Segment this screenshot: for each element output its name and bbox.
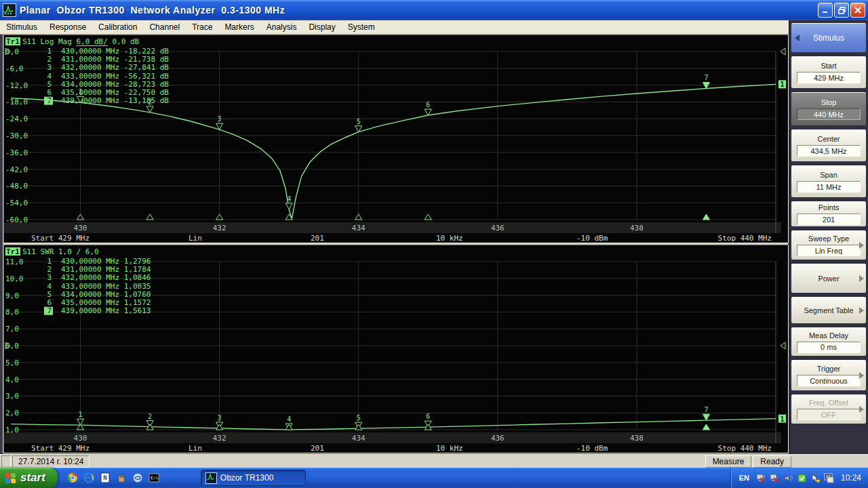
- menu-item-system[interactable]: System: [342, 21, 381, 33]
- statusbar-grip: [1, 455, 11, 468]
- swr-status-item: Stop 440 MHz: [718, 444, 772, 453]
- logmag-marker-row-num: 2: [47, 55, 52, 64]
- swr-marker-row-num: 3: [47, 273, 52, 282]
- logmag-y-tick: -60,0: [5, 216, 28, 224]
- swr-y-tick: 11,0: [5, 258, 24, 266]
- logmag-x-tick: 430: [74, 224, 87, 232]
- softkey-label: Start: [821, 61, 836, 70]
- swr-x-tick: 432: [213, 434, 226, 443]
- softkey-segment-table[interactable]: Segment Table: [791, 296, 867, 324]
- menu-item-display[interactable]: Display: [302, 21, 341, 33]
- softkey-value: 201: [797, 214, 861, 225]
- softkey-sweep-type[interactable]: Sweep TypeLin Freq: [791, 230, 867, 260]
- softkey-label: Span: [820, 170, 837, 180]
- window-title: Planar Obzor TR1300 Network Analyzer 0.3…: [20, 5, 285, 16]
- logmag-x-tick: 432: [213, 224, 226, 232]
- softkey-start[interactable]: Start429 MHz: [791, 56, 867, 89]
- network-offline-icon[interactable]: [756, 473, 766, 483]
- softkey-stop[interactable]: Stop440 MHz: [791, 92, 867, 126]
- log-mag-plot[interactable]: 0,0-6,0-12,0-18,0-24,0-30,0-36,0-42,0-48…: [3, 35, 789, 243]
- chevron-right-icon: [859, 242, 864, 249]
- logmag-marker-row-text: 433,00000 MHz -56,321 dB: [61, 72, 169, 81]
- softkey-value: 0 ms: [797, 342, 861, 353]
- plot-area: 0,0-6,0-12,0-18,0-24,0-30,0-36,0-42,0-48…: [3, 35, 788, 453]
- minimize-button[interactable]: [818, 3, 833, 18]
- swr-marker-row-text: 430,00000 MHz 1,2796: [61, 257, 151, 266]
- logmag-y-tick: 0,0: [5, 47, 19, 56]
- messenger-icon[interactable]: [132, 472, 144, 484]
- swr-x-tick: 438: [630, 434, 644, 443]
- softkey-meas-delay[interactable]: Meas Delay0 ms: [791, 327, 867, 357]
- hand-tool-icon[interactable]: [116, 472, 127, 484]
- task-button-label: Obzor TR1300: [220, 473, 274, 483]
- softkey-stimulus[interactable]: Stimulus: [791, 22, 867, 53]
- logmag-marker-row-text: 434,00000 MHz -28,723 dB: [61, 80, 169, 89]
- start-button[interactable]: start: [0, 468, 58, 488]
- swr-y-tick: 9,0: [5, 291, 19, 300]
- swr-y-tick: 4,0: [5, 375, 19, 384]
- swr-y-tick: 6,0: [5, 342, 19, 350]
- network-offline2-icon[interactable]: [770, 473, 780, 483]
- swr-marker-label: 3: [218, 414, 222, 422]
- restore-button[interactable]: [834, 3, 849, 18]
- swr-status-item: 201: [311, 444, 324, 453]
- volume-icon[interactable]: [783, 473, 793, 483]
- svg-text:N: N: [104, 474, 107, 481]
- menu-item-response[interactable]: Response: [43, 21, 92, 33]
- notepad-icon[interactable]: N: [100, 472, 111, 484]
- app-window-icon: [3, 3, 16, 17]
- taskbar-task-obzor[interactable]: Obzor TR1300: [201, 470, 306, 486]
- quick-launch-bar: NC:\: [67, 472, 160, 484]
- logmag-marker-label: 7: [704, 74, 708, 81]
- swr-y-tick: 10,0: [5, 274, 24, 283]
- softkey-points[interactable]: Points201: [791, 201, 867, 227]
- chevron-left-icon: [795, 35, 800, 41]
- menu-item-trace[interactable]: Trace: [186, 21, 218, 33]
- logmag-title[interactable]: S11 Log Mag 6,0 dB/ 0,0 dB: [22, 37, 140, 46]
- logmag-y-tick: -12,0: [5, 81, 28, 90]
- softkey-freq-offset[interactable]: Freq. OffsetOFF: [791, 394, 867, 424]
- chevron-right-icon: [859, 372, 864, 379]
- swr-y-tick: 7,0: [5, 325, 19, 333]
- windows-taskbar: start NC:\ Obzor TR1300 EN 10:24: [0, 468, 868, 488]
- softkey-label: Segment Table: [804, 306, 853, 315]
- swr-y-tick: 5,0: [5, 359, 19, 367]
- softkey-value: 11 MHz: [797, 181, 861, 192]
- menu-item-channel[interactable]: Channel: [143, 21, 186, 33]
- menu-bar: StimulusResponseCalibrationChannelTraceM…: [0, 20, 789, 35]
- pointer-device-icon[interactable]: [810, 473, 821, 483]
- swr-title[interactable]: S11 SWR 1,0 / 6,0: [22, 247, 99, 256]
- swr-y-tick: 3,0: [5, 392, 19, 401]
- logmag-x-tick: 436: [491, 224, 505, 232]
- display-settings-icon[interactable]: [824, 473, 834, 483]
- chrome-icon[interactable]: [67, 472, 79, 484]
- menu-item-analysis[interactable]: Analysis: [260, 21, 303, 33]
- logmag-marker-row-num: 1: [47, 47, 52, 56]
- softkey-value: OFF: [797, 409, 861, 420]
- ie-icon[interactable]: [83, 472, 95, 484]
- logmag-marker-row-num: 3: [47, 63, 52, 72]
- language-indicator[interactable]: EN: [739, 474, 749, 482]
- close-button[interactable]: [850, 3, 865, 18]
- updates-icon[interactable]: [797, 473, 807, 483]
- softkey-label: Stimulus: [813, 33, 844, 43]
- system-tray: EN 10:24: [730, 468, 868, 488]
- ready-state-cell: Ready: [753, 455, 791, 468]
- menu-item-markers[interactable]: Markers: [218, 21, 260, 33]
- softkey-span[interactable]: Span11 MHz: [791, 165, 867, 198]
- softkey-label: Meas Delay: [809, 331, 848, 340]
- console-icon[interactable]: C:\: [149, 472, 160, 484]
- menu-item-calibration[interactable]: Calibration: [92, 21, 143, 33]
- swr-marker-label: 4: [287, 415, 291, 423]
- logmag-marker-row-num: 6: [47, 88, 52, 97]
- softkey-center[interactable]: Center434,5 MHz: [791, 129, 867, 162]
- swr-marker-row-num: 7: [47, 306, 52, 315]
- logmag-y-tick: -42,0: [5, 165, 28, 174]
- menu-item-stimulus[interactable]: Stimulus: [0, 21, 43, 33]
- logmag-y-tick: -54,0: [5, 199, 28, 207]
- softkey-trigger[interactable]: TriggerContinuous: [791, 359, 867, 391]
- swr-plot[interactable]: 11,010,09,08,07,06,05,04,03,02,01,043043…: [3, 245, 789, 453]
- start-button-label: start: [20, 471, 45, 485]
- softkey-power[interactable]: Power: [791, 263, 867, 293]
- chevron-right-icon: [859, 307, 864, 314]
